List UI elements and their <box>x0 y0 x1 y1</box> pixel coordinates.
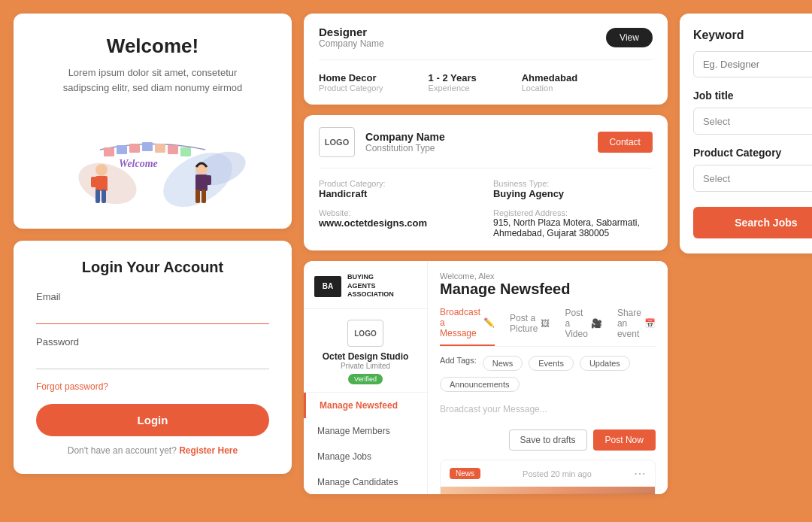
tab-post-picture[interactable]: Post a Picture 🖼 <box>510 307 550 346</box>
svg-rect-9 <box>180 147 191 156</box>
login-title: Login Your Account <box>36 259 269 276</box>
news-post-preview: News Posted 20 min ago ⋯ <box>440 460 656 494</box>
post-now-button[interactable]: Post Now <box>593 429 656 451</box>
meta-experience: 1 - 2 Years Experience <box>429 71 477 93</box>
tab-post-video[interactable]: Post a Video 🎥 <box>565 307 601 346</box>
nf-company-section: LOGO Octet Design Studio Private Limited… <box>304 309 427 393</box>
middle-column: Designer Company Name View Home Decor Pr… <box>304 14 668 496</box>
sidebar-item-manage-newsfeed[interactable]: Manage Newsfeed <box>304 393 427 418</box>
tag-news[interactable]: News <box>483 356 523 371</box>
designer-meta: Home Decor Product Category 1 - 2 Years … <box>319 71 653 93</box>
newsfeed-sidebar: BA BUYINGAGENTSASSOCIATION LOGO Octet De… <box>304 261 428 494</box>
more-options-icon[interactable]: ⋯ <box>634 466 646 481</box>
company-logo: LOGO <box>319 127 355 157</box>
view-button[interactable]: View <box>606 28 653 47</box>
contact-button[interactable]: Contact <box>598 132 653 153</box>
search-jobs-button[interactable]: Search Jobs <box>693 207 812 238</box>
designer-name: Designer <box>319 26 384 38</box>
post-video-label: Post a Video <box>565 308 587 339</box>
svg-rect-15 <box>102 190 106 203</box>
tab-share-event[interactable]: Share an event 📅 <box>617 307 656 346</box>
image-icon: 🖼 <box>541 318 550 329</box>
post-actions: Save to drafts Post Now <box>440 429 656 451</box>
newsfeed-tabs: Broadcast a Message ✏️ Post a Picture 🖼 … <box>440 307 656 347</box>
search-card: Keyword Job title Select ⌄ Product Categ… <box>680 14 812 253</box>
company-type: Constitution Type <box>365 143 445 153</box>
company-card: LOGO Company Name Constitution Type Cont… <box>304 115 668 250</box>
svg-rect-6 <box>142 142 153 151</box>
tag-updates[interactable]: Updates <box>580 356 630 371</box>
website-detail: Website: www.octetdesigns.com <box>319 208 478 238</box>
business-type-detail: Business Type: Buying Agency <box>493 179 653 199</box>
add-tags-label: Add Tags: <box>440 356 477 371</box>
password-input[interactable] <box>36 351 269 369</box>
tab-broadcast[interactable]: Broadcast a Message ✏️ <box>440 307 495 346</box>
svg-rect-13 <box>91 177 97 187</box>
svg-rect-20 <box>201 190 206 203</box>
designer-info: Designer Company Name <box>319 26 384 49</box>
product-category-detail: Product Category: Handicraft <box>319 179 478 199</box>
org-logo-area: BA BUYINGAGENTSASSOCIATION <box>304 273 427 309</box>
video-icon: 🎥 <box>591 318 602 329</box>
register-prompt: Don't have an account yet? Register Here <box>36 445 269 456</box>
share-event-label: Share an event <box>617 308 641 339</box>
password-label: Password <box>36 336 269 347</box>
nf-company-logo: LOGO <box>347 320 383 347</box>
svg-rect-18 <box>206 175 211 185</box>
svg-text:Welcome: Welcome <box>119 158 158 169</box>
product-category-select[interactable]: Select ⌄ <box>693 165 812 192</box>
company-header: LOGO Company Name Constitution Type Cont… <box>319 127 653 157</box>
designer-header: Designer Company Name View <box>319 26 653 49</box>
keyword-input[interactable] <box>693 51 812 77</box>
forgot-password-link[interactable]: Forgot password? <box>36 381 269 392</box>
email-input[interactable] <box>36 305 269 324</box>
save-draft-button[interactable]: Save to drafts <box>509 429 587 451</box>
calendar-icon: 📅 <box>644 318 656 329</box>
job-title-select[interactable]: Select ⌄ <box>693 108 812 135</box>
sidebar-item-manage-jobs[interactable]: Manage Jobs <box>304 444 427 469</box>
sidebar-item-manage-members[interactable]: Manage Members <box>304 418 427 444</box>
svg-rect-4 <box>117 145 127 154</box>
job-title-value: Select <box>703 116 730 127</box>
company-name: Company Name <box>365 131 445 143</box>
password-group: Password <box>36 336 269 369</box>
meta-category: Home Decor Product Category <box>319 71 383 93</box>
company-info: Company Name Constitution Type <box>365 131 445 153</box>
org-logo: BA <box>314 276 341 297</box>
register-link[interactable]: Register Here <box>179 445 238 456</box>
newsfeed-main: Welcome, Alex Manage Newsfeed Broadcast … <box>428 261 668 494</box>
svg-rect-19 <box>195 190 200 203</box>
svg-rect-12 <box>95 176 108 191</box>
svg-rect-7 <box>155 144 165 153</box>
designer-card: Designer Company Name View Home Decor Pr… <box>304 14 668 105</box>
address-detail: Registered Address: 915, North Plaza Mot… <box>493 208 653 238</box>
designer-company: Company Name <box>319 38 384 49</box>
svg-point-11 <box>95 164 108 176</box>
pencil-icon: ✏️ <box>483 317 495 328</box>
news-image <box>441 487 655 494</box>
tag-announcements[interactable]: Announcements <box>440 377 520 392</box>
login-button[interactable]: Login <box>36 404 269 436</box>
job-title-label: Job title <box>693 90 812 102</box>
post-picture-label: Post a Picture <box>510 313 538 334</box>
email-label: Email <box>36 291 269 302</box>
broadcast-label: Broadcast a Message <box>440 307 480 338</box>
welcome-title: Welcome! <box>32 35 274 58</box>
email-group: Email <box>36 291 269 324</box>
product-category-label: Product Category <box>693 147 812 159</box>
right-column: Keyword Job title Select ⌄ Product Categ… <box>680 14 812 496</box>
tag-events[interactable]: Events <box>529 356 574 371</box>
welcome-card: Welcome! Lorem ipsum dolor sit amet, con… <box>14 14 292 229</box>
meta-location: Ahmedabad Location <box>522 71 577 93</box>
welcome-subtitle: Lorem ipsum dolor sit amet, consetetur s… <box>32 65 274 95</box>
company-details: Product Category: Handicraft Business Ty… <box>319 179 653 238</box>
svg-rect-21 <box>441 493 655 494</box>
svg-rect-14 <box>95 190 100 203</box>
svg-rect-8 <box>168 145 178 154</box>
welcome-illustration: Welcome <box>47 108 258 214</box>
news-posted-time: Posted 20 min ago <box>523 469 592 478</box>
keyword-label: Keyword <box>693 29 812 42</box>
sidebar-item-manage-candidates[interactable]: Manage Candidates <box>304 469 427 494</box>
broadcast-placeholder[interactable]: Broadcast your Message... <box>440 399 656 429</box>
news-tag: News <box>450 468 480 479</box>
